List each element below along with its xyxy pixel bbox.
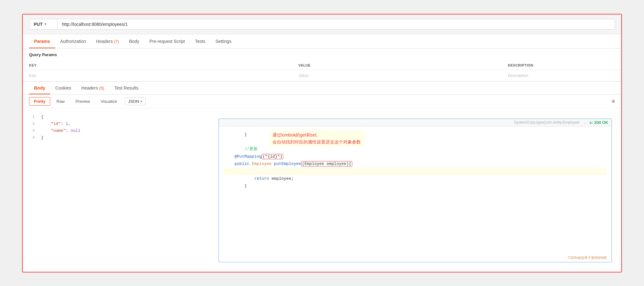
top-tabs-bar: Params Authorization Headers (7) Body Pr… <box>23 34 621 49</box>
value-cell[interactable]: Value <box>292 70 502 81</box>
table-row: Key Value Description <box>23 70 621 81</box>
overlay-line-blank2 <box>224 167 606 175</box>
annotation-line2: 会自动找到对应的属性设置进去这个对象参数 <box>272 139 361 144</box>
tab-params[interactable]: Params <box>29 34 55 48</box>
json-format-label: JSON <box>128 99 139 104</box>
format-pretty-button[interactable]: Pretty <box>29 97 50 106</box>
format-visualize-button[interactable]: Visualize <box>96 97 122 105</box>
tab-headers[interactable]: Headers (7) <box>91 34 124 48</box>
bottom-tab-test-results[interactable]: Test Results <box>109 82 143 94</box>
overlay-code: 通过lombok的get和set, 会自动找到对应的属性设置进去这个对象参数 }… <box>219 126 611 194</box>
format-preview-button[interactable]: Preview <box>71 97 94 105</box>
col-header-desc: DESCRIPTION <box>502 61 621 70</box>
col-header-value: VALUE <box>292 61 502 70</box>
desc-cell[interactable]: Description <box>502 70 621 81</box>
tab-settings[interactable]: Settings <box>210 34 236 48</box>
status-badge: s: 200 OK <box>589 120 608 125</box>
tab-body[interactable]: Body <box>124 34 144 48</box>
json-format-select[interactable]: JSON ▾ <box>125 97 146 105</box>
annotation-box: 通过lombok的get和set, 会自动找到对应的属性设置进去这个对象参数 <box>269 130 364 147</box>
format-bar: Pretty Raw Preview Visualize JSON ▾ ≡ <box>23 95 621 108</box>
bottom-tab-headers[interactable]: Headers (5) <box>76 82 110 94</box>
overlay-top-bar: SystemCopy.type(com.entity.Employee ... … <box>219 119 611 126</box>
url-bar: PUT ▾ <box>23 15 621 34</box>
wrap-icon[interactable]: ≡ <box>611 98 615 105</box>
query-params-title: Query Params <box>23 49 621 61</box>
tab-prerequest[interactable]: Pre-request Script <box>144 34 190 48</box>
watermark: CSDN@这辈子挺帅的ME <box>568 255 607 260</box>
overlay-line-annotation: @PutMapping("{id}") <box>224 153 606 160</box>
overlay-line-close: } <box>224 182 606 190</box>
method-label: PUT <box>34 22 43 27</box>
chevron-down-icon: ▾ <box>45 22 46 26</box>
params-table: KEY VALUE DESCRIPTION Key Value Descript… <box>23 61 621 81</box>
postman-container: PUT ▾ Params Authorization Headers (7) B… <box>22 14 622 272</box>
key-cell[interactable]: Key <box>23 70 292 81</box>
bottom-tab-body[interactable]: Body <box>29 82 50 94</box>
annotation-red-box: ("{id}") <box>262 154 283 159</box>
bottom-tabs-bar: Body Cookies Headers (5) Test Results <box>23 82 621 95</box>
annotation-line1: 通过lombok的get和set, <box>272 132 318 137</box>
tab-tests[interactable]: Tests <box>190 34 211 48</box>
bottom-tab-cookies[interactable]: Cookies <box>50 82 76 94</box>
overlay-line-method: public Employee putEmployee(Employee emp… <box>224 160 606 167</box>
method-red-box: (Employee employee){ <box>301 161 352 166</box>
overlay-line-return: return employee; <box>224 175 606 182</box>
faded-top-text: SystemCopy.type(com.entity.Employee ... <box>514 120 587 125</box>
chevron-down-icon: ▾ <box>140 100 142 103</box>
col-header-key: KEY <box>23 61 292 70</box>
overlay-panel: SystemCopy.type(com.entity.Employee ... … <box>218 119 612 262</box>
format-raw-button[interactable]: Raw <box>52 97 69 105</box>
tab-authorization[interactable]: Authorization <box>55 34 91 48</box>
method-select[interactable]: PUT ▾ <box>29 19 57 30</box>
url-input[interactable] <box>57 19 615 30</box>
